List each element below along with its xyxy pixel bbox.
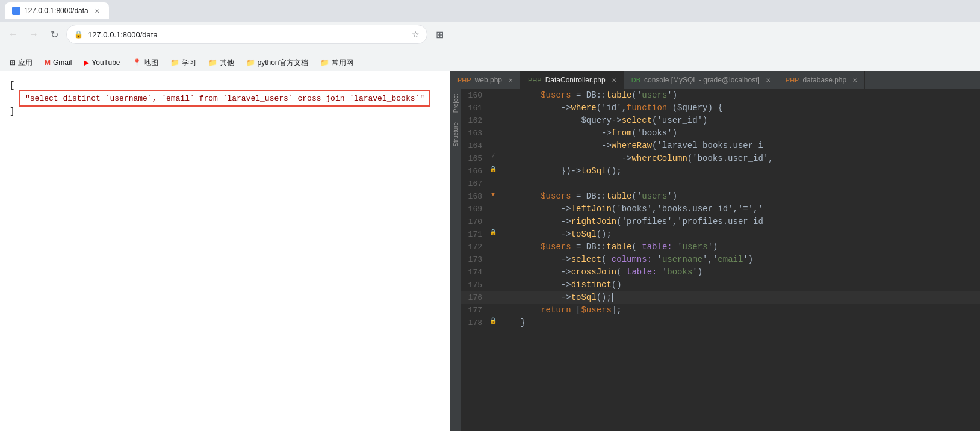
ide-tab-close[interactable]: ✕ [852, 77, 857, 84]
bookmark-label: 学习 [182, 58, 196, 68]
code-token: toSql [581, 166, 606, 176]
bookmark-study[interactable]: 📁 学习 [166, 57, 201, 69]
ide-tab-console[interactable]: DB console [MySQL - grade@localhost] ✕ [624, 71, 778, 89]
project-label[interactable]: Project [451, 89, 461, 117]
line-content: ->from('books') [498, 127, 980, 140]
reload-button[interactable]: ↻ [46, 26, 63, 43]
folder-icon: 📁 [320, 58, 329, 67]
code-token: DB [586, 90, 597, 100]
json-open-bracket: [ [10, 81, 14, 90]
back-button[interactable]: ← [5, 26, 22, 43]
code-line: 174 ->crossJoin( table: 'books') [461, 266, 980, 279]
code-token: (); [597, 229, 612, 239]
line-content: $users = DB::table('users') [498, 190, 980, 203]
line-number: 172 [461, 241, 488, 253]
code-token: -> [500, 153, 631, 163]
code-token: ' [657, 267, 667, 277]
ide-tab-close[interactable]: ✕ [612, 77, 616, 84]
bookmark-star-button[interactable]: ☆ [412, 29, 420, 39]
tab-title: 127.0.0.1:8000/data [24, 7, 88, 15]
code-token: whereColumn [631, 153, 687, 163]
code-token: where [571, 103, 597, 113]
code-token: DB [586, 242, 597, 252]
bookmark-gmail[interactable]: M Gmail [40, 57, 76, 68]
code-token: username [662, 255, 702, 264]
bookmark-python[interactable]: 📁 python官方文档 [241, 57, 313, 69]
code-token: -> [500, 280, 571, 290]
code-token: rightJoin [571, 217, 617, 226]
line-number: 170 [461, 216, 488, 228]
maps-icon: 📍 [132, 58, 141, 67]
code-token: users [642, 191, 667, 201]
code-token: -> [500, 204, 571, 214]
forward-button[interactable]: → [25, 26, 42, 43]
code-token: :: [597, 191, 607, 201]
code-line: 165/ ->whereColumn('books.user_id', [461, 152, 980, 165]
code-token: ( [616, 267, 627, 277]
code-lines: 160 $users = DB::table('users')161 ->whe… [461, 89, 980, 329]
bookmark-label: 地图 [144, 58, 158, 68]
line-number: 166 [461, 165, 488, 178]
code-token: -> [500, 267, 571, 277]
ide-body: Project Structure 160 $users = DB::table… [450, 89, 980, 431]
code-token: ' [672, 242, 683, 252]
code-token: $users [541, 242, 571, 252]
ide-tab-datacontroller[interactable]: PHP DataController.php ✕ [521, 71, 624, 89]
ide-tab-bar: PHP web.php ✕ PHP DataController.php ✕ D… [450, 71, 980, 89]
line-content: $query->select('user_id') [498, 114, 980, 127]
line-number: 174 [461, 266, 488, 279]
line-number: 161 [461, 102, 488, 114]
main-area: [ "select distinct `username`, `email` f… [0, 71, 980, 431]
line-number: 163 [461, 127, 488, 140]
code-token: ]; [612, 305, 622, 315]
code-editor[interactable]: 160 $users = DB::table('users')161 ->whe… [461, 89, 980, 431]
code-token: -> [500, 217, 571, 226]
line-gutter: 🔒 [488, 317, 498, 326]
code-token: () [612, 280, 622, 290]
bookmark-label: python官方文档 [258, 58, 308, 68]
line-gutter: 🔒 [488, 165, 498, 174]
line-content: })->toSql(); [498, 165, 980, 178]
ide-tab-close[interactable]: ✕ [508, 77, 513, 84]
bookmark-maps[interactable]: 📍 地图 [128, 57, 163, 69]
json-display: [ "select distinct `username`, `email` f… [10, 81, 441, 116]
code-token: email [718, 255, 743, 264]
code-token: -> [500, 103, 571, 113]
code-token: ' [652, 255, 662, 264]
json-string-value: "select distinct `username`, `email` fro… [19, 90, 430, 107]
bookmark-apps[interactable]: ⊞ 应用 [5, 57, 37, 69]
folder-icon: 📁 [208, 58, 217, 67]
bookmark-youtube[interactable]: ▶ YouTube [79, 57, 125, 68]
apps-icon: ⊞ [10, 58, 16, 67]
ide-tab-web-php[interactable]: PHP web.php ✕ [450, 71, 521, 89]
code-token: ') [743, 255, 753, 264]
code-token: table [606, 242, 631, 252]
address-bar[interactable]: 🔒 127.0.0.1:8000/data ☆ [66, 25, 427, 44]
extensions-button[interactable]: ⊞ [431, 26, 448, 43]
code-token: $query-> [500, 116, 622, 125]
code-token: (' [632, 191, 642, 201]
structure-label[interactable]: Structure [451, 117, 461, 152]
line-content: ->where('id',function ($query) { [498, 102, 980, 114]
folder-icon: 📁 [170, 58, 179, 67]
code-token: = [571, 90, 586, 100]
code-token: ') [692, 267, 702, 277]
db-icon: DB [631, 76, 640, 84]
code-token: table [606, 90, 631, 100]
code-token: DB [586, 191, 597, 201]
code-token: -> [500, 141, 612, 150]
code-token: table: [642, 242, 672, 252]
code-token: whereRaw [612, 141, 652, 150]
code-line: 176 ->toSql(); [461, 291, 980, 304]
ide-tab-database-php[interactable]: PHP database.php ✕ [778, 71, 865, 89]
bookmark-common[interactable]: 📁 常用网 [315, 57, 358, 69]
tab-close-button[interactable]: ✕ [92, 6, 102, 16]
folder-icon: 📁 [246, 58, 255, 67]
browser-tab[interactable]: 127.0.0.1:8000/data ✕ [5, 2, 109, 19]
php-icon: PHP [457, 76, 471, 84]
bookmark-other[interactable]: 📁 其他 [203, 57, 239, 69]
line-content: ->whereColumn('books.user_id', [498, 152, 980, 165]
code-line: 169 ->leftJoin('books','books.user_id','… [461, 203, 980, 216]
ide-tab-close[interactable]: ✕ [766, 77, 771, 84]
line-number: 169 [461, 203, 488, 216]
